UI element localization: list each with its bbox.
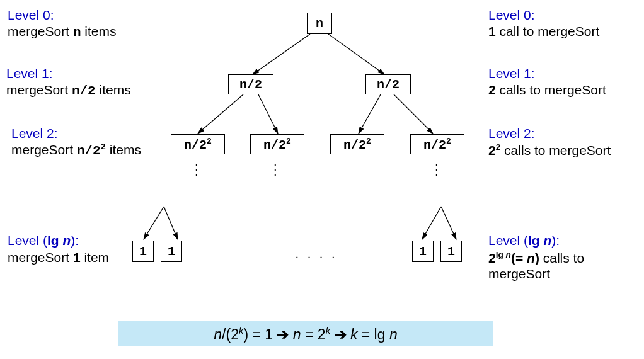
node-l1-left: n/2 [228,74,273,94]
svg-line-9 [441,207,456,239]
left-levelk-desc: mergeSort 1 item [8,250,109,265]
left-level1-label: Level 1: [6,66,53,81]
svg-line-5 [394,94,433,134]
node-l2-c: n/22 [330,134,384,154]
node-l2-b: n/22 [250,134,304,154]
svg-line-0 [253,34,310,74]
vdots-a: ··· [195,161,198,176]
right-level2-desc: 22 calls to mergeSort [488,142,611,158]
svg-line-4 [359,94,381,134]
node-leaf-lr: 1 [161,241,182,262]
left-level2-desc: mergeSort n/22 items [11,142,141,158]
node-leaf-rl: 1 [412,241,434,262]
right-level0-label: Level 0: [488,8,535,23]
node-leaf-rr: 1 [440,241,462,262]
svg-line-6 [144,207,164,239]
node-leaf-ll: 1 [132,241,154,262]
svg-line-1 [328,34,384,74]
svg-line-2 [198,94,243,134]
left-level0-label: Level 0: [8,8,54,23]
vdots-c: ··· [435,161,439,176]
left-levelk-label: Level (lg n): [8,233,79,248]
node-l2-d: n/22 [410,134,464,154]
right-levelk-label: Level (lg n): [488,233,560,248]
svg-line-3 [258,94,278,134]
right-level1-label: Level 1: [488,66,535,81]
left-level2-label: Level 2: [11,126,58,141]
right-level0-desc: 1 call to mergeSort [488,24,599,39]
leaf-dots: . . . . [266,247,367,261]
formula-bar: n/(2k) = 1 ➔ n = 2k ➔ k = lg n [118,321,493,346]
right-levelk-desc-line1: 2lg n(= n) calls to [488,250,584,266]
node-root: n [307,13,332,34]
svg-line-7 [164,207,178,239]
node-l1-right: n/2 [365,74,411,94]
node-l2-a: n/22 [171,134,225,154]
right-level1-desc: 2 calls to mergeSort [488,83,606,98]
right-level2-label: Level 2: [488,126,535,141]
tree-arrows [0,0,644,359]
svg-line-8 [422,207,441,239]
vdots-b: ··· [273,161,277,176]
left-level1-desc: mergeSort n/2 items [6,83,131,98]
left-level0-desc: mergeSort n items [8,24,117,40]
right-levelk-desc-line2: mergeSort [488,266,550,282]
